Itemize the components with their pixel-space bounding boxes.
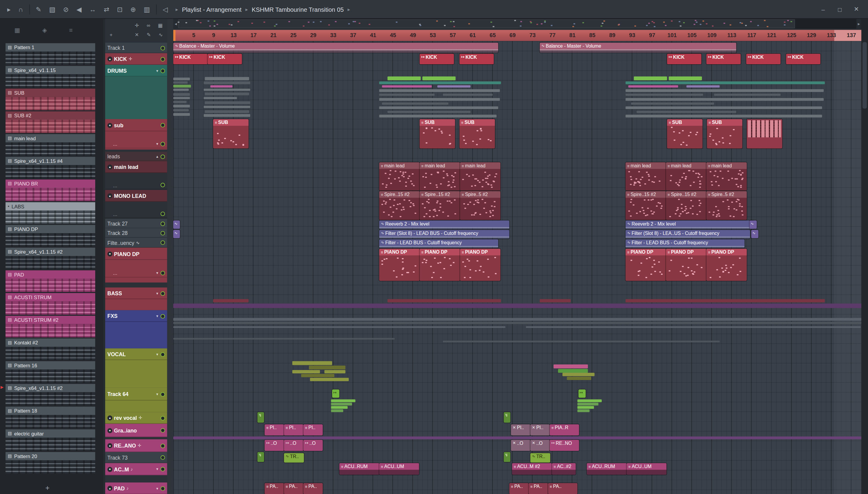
slip-icon[interactable]: ↔	[85, 5, 100, 13]
clip-padc[interactable]: ≡PA..	[284, 483, 303, 494]
track-row[interactable]: ●MONO LEAD	[105, 190, 167, 202]
clip-autoP[interactable]: ∿Balance - Master - Volume	[540, 42, 736, 53]
track-led[interactable]	[161, 486, 165, 491]
picker-item[interactable]: ▶▤Spire_x64_v1.1.15 #2	[5, 384, 95, 406]
close-button[interactable]: ✕	[848, 0, 865, 19]
pattern-strip[interactable]	[577, 399, 602, 402]
pattern-strip[interactable]	[422, 76, 455, 80]
clip-autoP[interactable]: ∿Balance - Master - Volume	[173, 42, 498, 53]
channel-button-icon[interactable]: ●	[107, 56, 113, 61]
clip-lead[interactable]: ≡main lead	[379, 162, 419, 191]
track-led[interactable]	[161, 183, 165, 187]
clip-padc[interactable]: ≡PA..	[264, 483, 284, 494]
clip-lead[interactable]: ≡Spire..15 #2	[419, 191, 460, 220]
track-row[interactable]: ...▼	[105, 268, 167, 278]
zoom-icon[interactable]: ⊕	[126, 5, 140, 13]
channel-button-icon[interactable]: ●	[107, 123, 113, 128]
clip-lead[interactable]: ≡main lead	[419, 162, 460, 191]
track-row[interactable]: ●KICK✛	[105, 53, 167, 65]
pattern-strip[interactable]	[558, 369, 588, 373]
pattern-strip[interactable]	[204, 81, 250, 84]
picker-layout-icon[interactable]: ▦	[15, 26, 20, 43]
picker-item[interactable]: ▤ACUSTI STRUM #2	[5, 316, 95, 338]
track-row[interactable]: ●AC..M♪▼	[105, 463, 167, 475]
pattern-strip[interactable]	[173, 93, 190, 96]
picker-item-label-row[interactable]: ▤Spire_x64_v1.1.15 #2	[5, 384, 95, 392]
clip-padc[interactable]: ≡PA..	[548, 483, 577, 494]
pattern-strip[interactable]	[205, 101, 251, 104]
pattern-strip[interactable]	[379, 89, 500, 92]
pattern-strip[interactable]	[173, 304, 861, 308]
picker-item[interactable]: ▤ACUSTI STRUM	[5, 293, 95, 315]
pattern-strip[interactable]	[173, 104, 190, 107]
pattern-strip[interactable]	[204, 97, 237, 99]
collapse-arrow-icon[interactable]: ▼	[156, 392, 159, 396]
track-row[interactable]: ●RE..ANO✛	[105, 439, 167, 452]
clip-pix[interactable]: ✕PI..	[511, 424, 530, 436]
picker-item[interactable]: ▤Pattern 18	[5, 406, 95, 428]
picker-item[interactable]: ▤Kontakt #2	[5, 338, 95, 360]
clip-acu[interactable]: ≡AC..#2	[552, 463, 576, 475]
pattern-strip[interactable]	[626, 299, 825, 303]
minimize-button[interactable]: –	[815, 0, 831, 19]
collapse-arrow-icon[interactable]: ▼	[156, 271, 159, 274]
play-icon[interactable]: ▸	[3, 5, 15, 13]
clip-autoB[interactable]: ∿Filter (Slot 8) - LEA..US - Cutoff freq…	[626, 230, 750, 239]
pattern-strip[interactable]	[309, 365, 346, 369]
clip-lead[interactable]: ≡Spire..15 #2	[626, 191, 666, 220]
clip-mini[interactable]: ↦	[578, 390, 586, 398]
pattern-strip[interactable]	[173, 77, 190, 80]
clip-lead[interactable]: ≡main lead	[626, 162, 666, 191]
pattern-strip[interactable]	[173, 326, 506, 328]
clip-sub[interactable]: ≡SUB	[419, 119, 455, 148]
track-led[interactable]	[161, 154, 165, 159]
clip-pi[interactable]: ↦..O	[303, 440, 323, 451]
track-led[interactable]	[161, 428, 165, 433]
pattern-strip[interactable]	[173, 97, 190, 99]
clip-lead[interactable]: ≡Spire..15 #2	[379, 191, 419, 220]
track-led[interactable]	[161, 141, 165, 146]
zoom-to-fit-icon[interactable]: ⊡	[113, 5, 126, 13]
picker-item[interactable]: ▤SUB	[5, 89, 95, 110]
picker-item-label-row[interactable]: ▤SUB #2	[5, 111, 95, 120]
picker-item-label-row[interactable]: ▤Spire_x64_v1.1.15	[5, 66, 95, 75]
clip-pi[interactable]: ≡PIA..R	[550, 424, 579, 436]
pattern-strip[interactable]	[443, 341, 719, 343]
pattern-strip[interactable]	[634, 76, 667, 80]
clip-acu[interactable]: ≡ACU..RUM	[587, 463, 627, 475]
picker-item-thumbnail[interactable]	[5, 438, 95, 451]
clip-kick[interactable]: ↦KICK	[786, 54, 821, 64]
track-led[interactable]	[161, 392, 165, 396]
clip-kick[interactable]: ↦KICK	[667, 54, 701, 64]
pattern-strip[interactable]	[301, 374, 334, 377]
clip-flash[interactable]: ↯	[504, 412, 510, 423]
track-row[interactable]: DRUMS▼	[105, 65, 167, 77]
pattern-strip[interactable]	[204, 89, 250, 91]
picker-item[interactable]: ▤Pattern 20	[5, 452, 95, 474]
maximize-button[interactable]: □	[831, 0, 848, 19]
preview-icon[interactable]: ▥	[140, 5, 154, 13]
pattern-strip[interactable]	[437, 86, 471, 88]
clip-lead[interactable]: ≡Spire..5 #2	[460, 191, 500, 220]
clip-autosq[interactable]: ∿	[173, 230, 180, 238]
collapse-arrow-icon[interactable]: ▼	[156, 314, 159, 318]
track-led[interactable]	[161, 270, 165, 275]
add-pattern-button[interactable]: +	[45, 483, 50, 492]
paint-icon[interactable]: ▧	[45, 5, 59, 13]
track-row[interactable]: leads▲	[105, 152, 167, 161]
playlist-grid[interactable]: ∿Balance - Master - Volume∿Balance - Mas…	[173, 41, 861, 494]
track-row[interactable]: Filte..uency∿	[105, 238, 167, 248]
track-row[interactable]: ●main lead	[105, 161, 167, 173]
headphones-icon[interactable]: ∩	[15, 5, 27, 13]
pattern-strip[interactable]	[379, 98, 500, 101]
pattern-strip[interactable]	[382, 86, 432, 88]
collapse-arrow-icon[interactable]: ▼	[156, 69, 159, 72]
pattern-strip[interactable]	[331, 399, 355, 402]
pattern-strip[interactable]	[626, 89, 824, 92]
pattern-strip[interactable]	[577, 403, 598, 405]
pattern-strip[interactable]	[554, 365, 588, 368]
picker-item-label-row[interactable]: ▤Pattern 1	[5, 43, 95, 52]
clip-acu[interactable]: ≡ACU..M #2	[512, 463, 552, 475]
track-row[interactable]: ●Gra..iano	[105, 424, 167, 437]
track-led[interactable]	[161, 240, 165, 245]
